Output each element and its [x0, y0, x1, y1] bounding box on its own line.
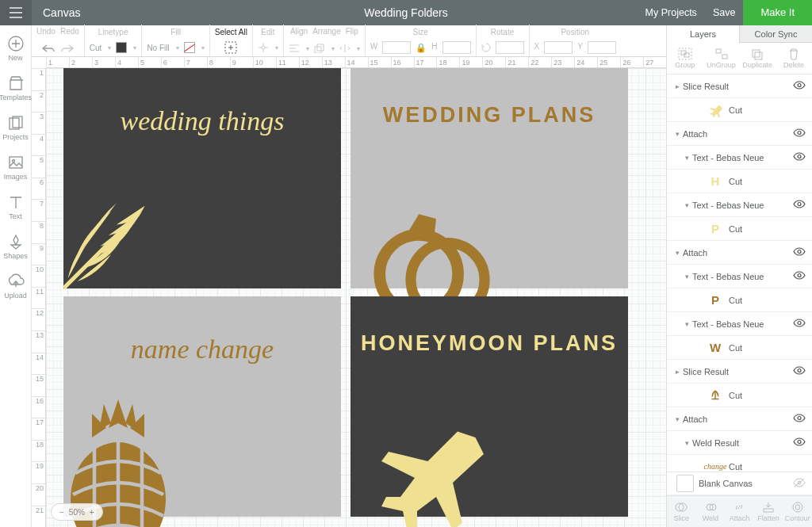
svg-rect-2: [317, 44, 324, 51]
leaf-icon: [57, 160, 192, 295]
projects-button[interactable]: Projects: [0, 109, 32, 146]
svg-rect-3: [315, 47, 321, 53]
undo-label: Undo: [36, 27, 56, 36]
save-link[interactable]: Save: [705, 7, 744, 18]
card-honeymoon-plans[interactable]: HONEYMOON PLANS: [350, 296, 628, 517]
visibility-icon[interactable]: [793, 414, 807, 424]
align-label: Align: [290, 27, 308, 36]
tab-layers[interactable]: Layers: [667, 25, 740, 43]
zoom-control[interactable]: − 50% +: [51, 503, 103, 521]
visibility-icon[interactable]: [793, 271, 807, 281]
plane-icon: [374, 414, 493, 527]
layer-row[interactable]: ▸Slice Result: [667, 74, 812, 98]
svg-point-8: [12, 160, 14, 162]
y-input[interactable]: [588, 41, 616, 54]
rotate-label: Rotate: [491, 28, 514, 37]
app-brand: Canvas: [32, 6, 91, 19]
delete-button[interactable]: Delete: [776, 43, 812, 74]
menu-icon[interactable]: [0, 0, 32, 25]
layer-row[interactable]: ▾Weld Result: [667, 431, 812, 455]
visibility-icon[interactable]: [793, 478, 807, 489]
my-projects-link[interactable]: My Projects: [638, 7, 705, 18]
weld-button[interactable]: Weld: [696, 496, 726, 527]
edit-button[interactable]: [258, 42, 269, 53]
zoom-out-icon[interactable]: −: [59, 508, 64, 517]
flip-button[interactable]: [339, 44, 350, 53]
zoom-in-icon[interactable]: +: [90, 508, 94, 517]
layer-row[interactable]: ▸Slice Result: [667, 360, 812, 384]
card-wedding-plans[interactable]: WEDDING PLANS: [350, 68, 628, 288]
right-panel: Layers Color Sync Group UnGroup Duplicat…: [666, 25, 812, 527]
visibility-icon[interactable]: [793, 319, 807, 329]
layer-row[interactable]: ▾Attach: [667, 241, 812, 265]
attach-button[interactable]: Attach: [725, 496, 754, 527]
text-button[interactable]: Text: [0, 189, 32, 225]
visibility-icon[interactable]: [793, 81, 807, 91]
group-button[interactable]: Group: [667, 43, 703, 74]
layers-list: ▸Slice ResultCut▾Attach▾Text - Bebas Neu…: [667, 74, 812, 472]
layer-row[interactable]: ▾Text - Bebas Neue: [667, 146, 812, 170]
shapes-button[interactable]: Shapes: [0, 228, 32, 265]
layer-row[interactable]: ▾Text - Bebas Neue: [667, 312, 812, 336]
layer-row[interactable]: ▾Attach: [667, 122, 812, 146]
linetype-label: Linetype: [98, 28, 128, 37]
card-wedding-things[interactable]: wedding things: [63, 68, 341, 288]
layer-row[interactable]: PCut: [667, 288, 812, 312]
layer-row[interactable]: changeCut: [667, 455, 812, 472]
upload-button[interactable]: Upload: [0, 268, 32, 304]
linetype-select[interactable]: Cut▾ ▾: [90, 39, 137, 56]
arrange-label: Arrange: [312, 27, 341, 36]
new-button[interactable]: New: [0, 30, 32, 67]
arrange-button[interactable]: [314, 44, 325, 53]
height-input[interactable]: [442, 41, 471, 54]
flip-label: Flip: [346, 27, 358, 36]
layer-row[interactable]: ▾Text - Bebas Neue: [667, 265, 812, 288]
layer-row[interactable]: Cut: [667, 384, 812, 407]
blank-canvas-row[interactable]: Blank Canvas: [667, 472, 812, 495]
svg-point-27: [798, 417, 801, 420]
card-name-change[interactable]: name change: [63, 296, 341, 517]
slice-button[interactable]: Slice: [667, 496, 696, 527]
tab-color-sync[interactable]: Color Sync: [740, 25, 812, 43]
rotate-icon: [481, 43, 491, 52]
align-button[interactable]: [289, 44, 300, 53]
visibility-icon[interactable]: [793, 366, 807, 376]
rotate-input[interactable]: [496, 41, 524, 54]
size-label: Size: [412, 28, 427, 37]
layer-row[interactable]: HCut: [667, 170, 812, 193]
duplicate-button[interactable]: Duplicate: [740, 43, 776, 74]
canvas-area[interactable]: wedding things WEDDING PLANS name change: [46, 68, 666, 527]
select-all-button[interactable]: [224, 41, 237, 54]
visibility-icon[interactable]: [793, 200, 807, 210]
visibility-icon[interactable]: [793, 128, 807, 139]
position-label: Position: [561, 28, 589, 37]
layer-row[interactable]: PCut: [667, 217, 812, 241]
card3-title: name change: [63, 334, 341, 365]
lock-icon[interactable]: 🔒: [416, 43, 427, 53]
layer-row[interactable]: Cut: [667, 98, 812, 122]
images-button[interactable]: Images: [0, 149, 32, 185]
card2-title: WEDDING PLANS: [350, 103, 628, 128]
svg-rect-16: [722, 55, 727, 59]
left-sidebar: New Templates Projects Images Text Shape…: [0, 25, 32, 527]
templates-button[interactable]: Templates: [0, 70, 32, 106]
svg-point-25: [798, 322, 801, 325]
svg-point-28: [798, 441, 801, 444]
layer-row[interactable]: ▾Attach: [667, 407, 812, 431]
make-it-button[interactable]: Make It: [743, 0, 812, 25]
width-input[interactable]: [382, 41, 411, 54]
contour-button[interactable]: Contour: [783, 496, 812, 527]
visibility-icon[interactable]: [793, 152, 807, 162]
visibility-icon[interactable]: [793, 247, 807, 258]
flatten-button[interactable]: Flatten: [754, 496, 783, 527]
x-input[interactable]: [544, 41, 573, 54]
fill-select[interactable]: No Fill▾ ▾: [147, 39, 204, 56]
undo-button[interactable]: [41, 44, 56, 53]
ungroup-button[interactable]: UnGroup: [703, 43, 740, 74]
visibility-icon[interactable]: [793, 437, 807, 448]
ruler-horizontal: 1234567891011121314151617181920212223242…: [46, 57, 666, 68]
layer-row[interactable]: WCut: [667, 336, 812, 360]
svg-point-35: [795, 505, 800, 510]
layer-row[interactable]: ▾Text - Bebas Neue: [667, 193, 812, 217]
redo-button[interactable]: [60, 44, 75, 53]
